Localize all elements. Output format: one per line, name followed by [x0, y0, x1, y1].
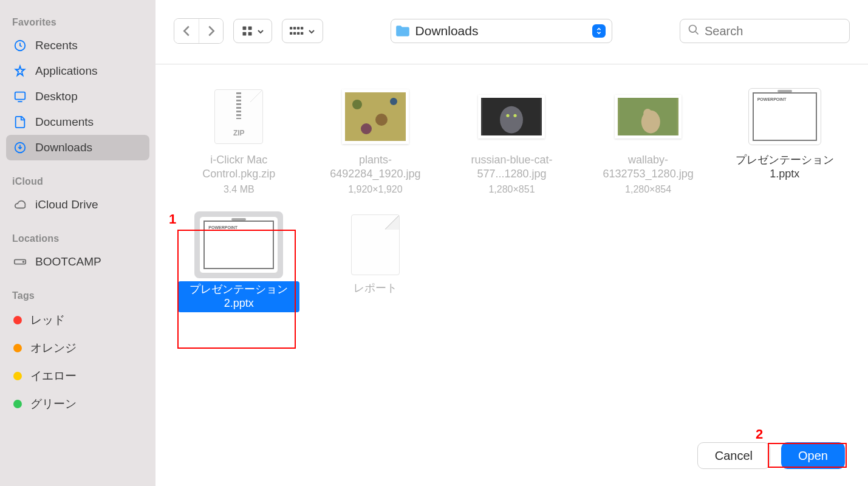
svg-rect-14	[293, 32, 296, 35]
svg-point-24	[501, 106, 524, 134]
tag-dot-icon	[13, 400, 22, 408]
cloud-icon	[13, 198, 27, 211]
sidebar-item-recents[interactable]: Recents	[6, 33, 149, 58]
sidebar-item-icloud-drive[interactable]: iCloud Drive	[6, 192, 149, 217]
file-name: プレゼンテーション1.pptx	[724, 153, 846, 182]
sidebar-item-label: Desktop	[35, 90, 78, 103]
nav-forward-button[interactable]	[199, 19, 223, 43]
image-thumbnail-icon	[615, 95, 682, 139]
pptx-file-icon: POWERPOINT	[748, 88, 821, 145]
sidebar-tag-orange[interactable]: オレンジ	[6, 334, 149, 362]
svg-rect-9	[290, 27, 292, 29]
location-text: Downloads	[415, 24, 588, 38]
icloud-heading: iCloud	[6, 171, 149, 192]
file-name: i-Clickr Mac Control.pkg.zip	[178, 153, 299, 182]
svg-rect-11	[297, 27, 299, 29]
file-item[interactable]: russian-blue-cat-577...1280.jpg 1,280×85…	[446, 79, 577, 207]
sidebar-item-label: Documents	[35, 115, 94, 129]
file-item[interactable]: レポート	[310, 207, 441, 324]
svg-rect-16	[301, 32, 303, 35]
file-item[interactable]: POWERPOINT プレゼンテーション1.pptx	[719, 79, 850, 207]
nav-buttons	[174, 18, 224, 44]
sidebar-item-applications[interactable]: Applications	[6, 58, 149, 84]
disk-icon	[13, 255, 27, 269]
file-meta: 1,920×1,920	[348, 184, 402, 195]
sidebar-tag-yellow[interactable]: イエロー	[6, 362, 149, 390]
locations-heading: Locations	[6, 228, 149, 249]
toolbar: Downloads	[155, 18, 868, 44]
svg-rect-8	[248, 32, 252, 36]
clock-icon	[13, 39, 27, 52]
file-meta: 3.4 MB	[224, 184, 255, 195]
file-name: plants-6492284_1920.jpg	[315, 153, 436, 182]
sidebar-item-label: Downloads	[35, 141, 92, 154]
file-item[interactable]: wallaby-6132753_1280.jpg 1,280×854	[583, 79, 714, 207]
file-name: russian-blue-cat-577...1280.jpg	[451, 153, 572, 182]
zip-file-icon: ZIP	[214, 89, 263, 144]
sidebar-tag-label: グリーン	[30, 396, 77, 412]
svg-point-26	[514, 114, 517, 117]
desktop-icon	[13, 90, 27, 103]
document-icon	[13, 115, 27, 129]
folder-icon	[395, 24, 411, 38]
svg-point-21	[390, 98, 397, 105]
file-item[interactable]: plants-6492284_1920.jpg 1,920×1,920	[310, 79, 441, 207]
image-thumbnail-icon	[342, 89, 409, 144]
sidebar-item-documents[interactable]: Documents	[6, 109, 149, 135]
file-name: レポート	[354, 281, 397, 295]
search-icon	[688, 24, 700, 38]
view-group-button[interactable]	[282, 19, 323, 43]
toolbar-divider	[155, 64, 868, 64]
sidebar-tag-green[interactable]: グリーン	[6, 390, 149, 418]
tags-heading: Tags	[6, 286, 149, 306]
file-item[interactable]: ZIP i-Clickr Mac Control.pkg.zip 3.4 MB	[174, 79, 304, 207]
sidebar-item-bootcamp[interactable]: BOOTCAMP	[6, 249, 149, 275]
tag-dot-icon	[13, 372, 22, 380]
svg-point-25	[507, 114, 510, 117]
sidebar-tag-red[interactable]: レッド	[6, 306, 149, 334]
annotation-box-1	[177, 230, 296, 349]
sidebar-item-downloads[interactable]: Downloads	[6, 135, 149, 160]
svg-rect-5	[243, 27, 247, 30]
file-name: wallaby-6132753_1280.jpg	[587, 153, 709, 182]
search-bar[interactable]	[680, 19, 850, 43]
sidebar-item-label: Recents	[35, 39, 78, 52]
svg-point-29	[643, 109, 652, 118]
file-meta: 1,280×854	[625, 184, 671, 195]
chevron-down-icon	[257, 24, 264, 38]
sidebar-item-desktop[interactable]: Desktop	[6, 84, 149, 109]
sidebar: Favorites Recents Applications Desktop D…	[0, 0, 155, 486]
sidebar-tag-label: オレンジ	[30, 340, 77, 356]
tag-dot-icon	[13, 316, 22, 324]
annotation-box-2	[768, 443, 847, 468]
location-dropdown[interactable]: Downloads	[391, 19, 613, 43]
view-icon-button[interactable]	[233, 19, 272, 43]
favorites-heading: Favorites	[6, 12, 149, 33]
svg-rect-6	[248, 27, 252, 30]
file-meta: 1,280×851	[488, 184, 535, 195]
svg-rect-13	[290, 32, 292, 35]
svg-point-17	[689, 26, 697, 33]
sidebar-item-label: iCloud Drive	[35, 198, 98, 211]
annotation-number-1: 1	[169, 211, 176, 227]
svg-rect-12	[301, 27, 303, 29]
svg-point-19	[352, 100, 362, 109]
svg-point-20	[375, 114, 388, 126]
sidebar-item-label: BOOTCAMP	[35, 255, 101, 269]
cancel-button[interactable]: Cancel	[697, 442, 770, 469]
search-input[interactable]	[705, 24, 842, 38]
svg-rect-1	[15, 92, 26, 100]
svg-rect-15	[297, 32, 299, 35]
annotation-number-2: 2	[756, 426, 763, 442]
image-thumbnail-icon	[478, 95, 545, 139]
tag-dot-icon	[13, 344, 22, 352]
svg-rect-7	[243, 32, 247, 36]
nav-back-button[interactable]	[174, 19, 199, 43]
blank-document-icon	[351, 214, 400, 275]
svg-point-4	[23, 261, 24, 262]
svg-rect-10	[293, 27, 296, 29]
chevron-down-icon	[308, 24, 315, 38]
svg-point-22	[361, 123, 372, 134]
applications-icon	[13, 64, 27, 78]
sidebar-tag-label: レッド	[30, 312, 65, 328]
